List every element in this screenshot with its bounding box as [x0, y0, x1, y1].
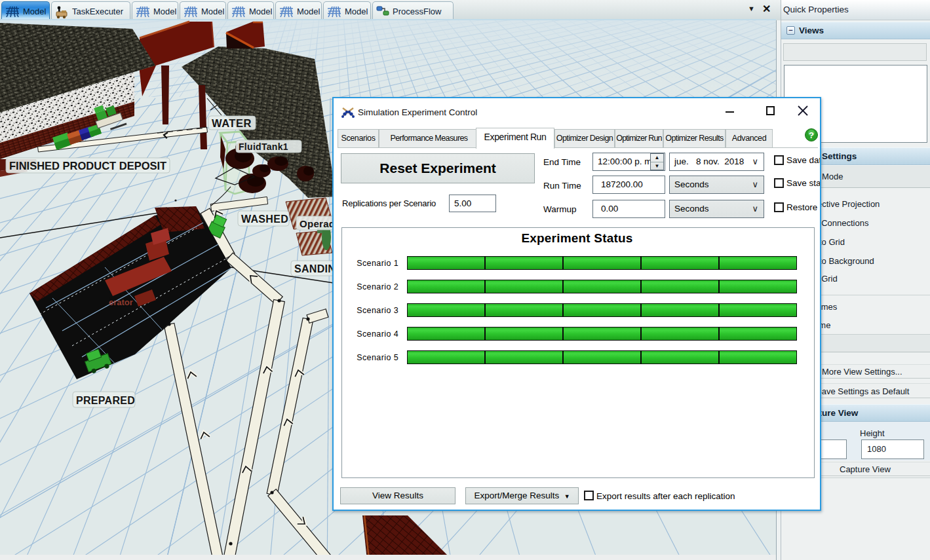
- svg-text:erator: erator: [109, 297, 133, 307]
- svg-text:PREPARED: PREPARED: [76, 395, 135, 406]
- svg-text:WASHED: WASHED: [241, 214, 288, 225]
- svg-text:FluidTank1: FluidTank1: [239, 141, 288, 152]
- svg-text:?: ?: [809, 130, 814, 140]
- svg-text:WATER: WATER: [212, 117, 252, 129]
- svg-text:FINISHED PRODUCT DEPOSIT: FINISHED PRODUCT DEPOSIT: [9, 160, 166, 172]
